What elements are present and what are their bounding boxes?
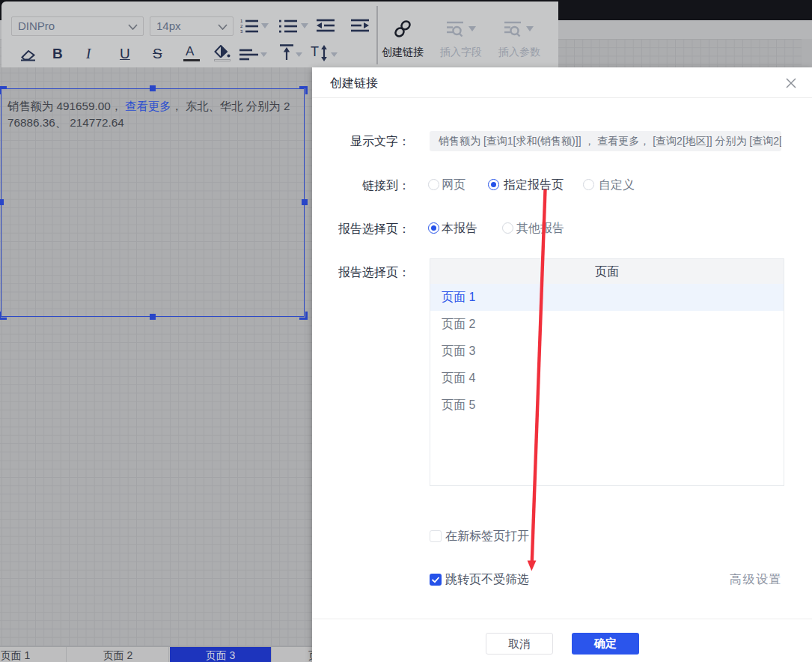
- svg-text:3: 3: [240, 29, 243, 34]
- svg-text:2: 2: [240, 24, 243, 28]
- svg-text:1: 1: [240, 19, 243, 23]
